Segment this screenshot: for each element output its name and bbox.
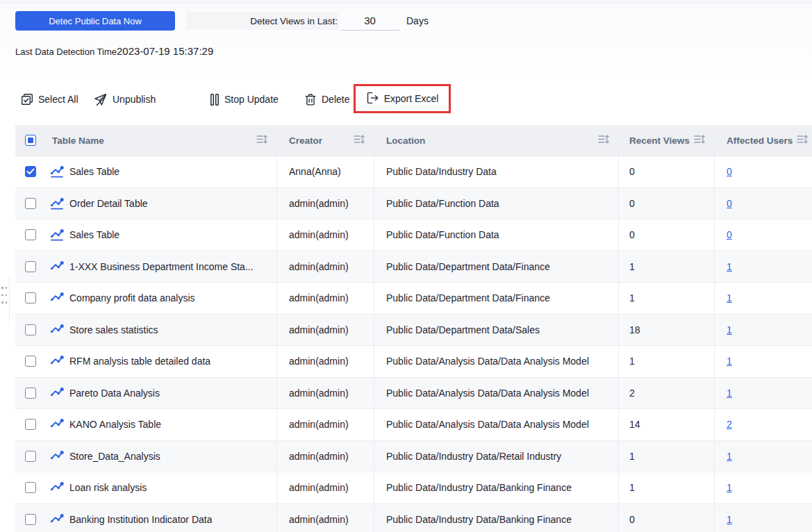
column-header-creator[interactable]: Creator	[276, 125, 374, 156]
affected-users-link[interactable]: 1	[727, 514, 732, 525]
affected-users-link[interactable]: 1	[727, 292, 732, 304]
row-checkbox-cell	[15, 315, 46, 346]
sort-icon[interactable]	[797, 135, 809, 146]
sort-icon[interactable]	[354, 135, 365, 146]
select-all-button[interactable]: Select All	[21, 91, 78, 108]
export-excel-label: Export Excel	[384, 93, 439, 104]
sort-icon[interactable]	[694, 135, 706, 146]
recent-views-cell: 0	[618, 188, 714, 219]
sort-icon[interactable]	[256, 135, 268, 146]
table-name-text[interactable]: Sales Table	[69, 229, 119, 240]
stop-update-button[interactable]: Stop Update	[210, 91, 279, 108]
table-row: KANO Analysis Tableadmin(admin)Public Da…	[15, 409, 812, 441]
location-cell: Public Data/Department Data/Finance	[374, 283, 618, 314]
row-checkbox[interactable]	[25, 451, 36, 462]
table-row: Banking Institution Indicator Dataadmin(…	[15, 504, 812, 532]
affected-users-link[interactable]: 1	[727, 261, 732, 272]
detect-views-label: Detect Views in Last:	[186, 12, 339, 30]
column-label: Table Name	[52, 135, 104, 146]
recent-views-cell: 1	[618, 441, 714, 472]
panel-drag-handle[interactable]	[1, 287, 8, 309]
affected-users-cell: 1	[714, 378, 812, 409]
detect-public-data-button[interactable]: Detec Public Data Now	[15, 11, 175, 31]
table-name-text[interactable]: Loan risk analysis	[69, 482, 147, 493]
creator-cell: admin(admin)	[276, 409, 374, 440]
table-name-text[interactable]: Pareto Data Analysis	[69, 388, 160, 399]
row-checkbox[interactable]	[25, 198, 36, 209]
recent-views-cell: 18	[618, 315, 714, 346]
creator-cell: admin(admin)	[276, 315, 374, 346]
row-checkbox-cell	[15, 472, 46, 504]
row-checkbox[interactable]	[25, 388, 36, 399]
stop-update-label: Stop Update	[224, 94, 279, 105]
affected-users-link[interactable]: 0	[727, 198, 732, 209]
chart-line-icon	[50, 324, 64, 336]
sort-icon[interactable]	[598, 135, 610, 146]
table-row: Store_Data_Analysisadmin(admin)Public Da…	[15, 441, 812, 473]
chart-line-underline-icon	[50, 228, 64, 241]
row-checkbox[interactable]	[25, 261, 36, 272]
row-checkbox[interactable]	[25, 514, 36, 525]
export-excel-icon	[366, 92, 379, 106]
row-checkbox-cell	[15, 346, 46, 377]
column-label: Creator	[289, 135, 322, 146]
affected-users-cell: 1	[714, 441, 812, 472]
affected-users-cell: 1	[714, 315, 812, 346]
table-row: Company profit data analysisadmin(admin)…	[15, 283, 812, 315]
table-name-text[interactable]: Store_Data_Analysis	[69, 451, 160, 462]
column-header-recent-views[interactable]: Recent Views	[618, 125, 714, 156]
recent-views-cell: 0	[618, 219, 714, 251]
row-checkbox[interactable]	[25, 324, 36, 335]
location-cell: Public Data/Function Data	[374, 219, 618, 251]
row-checkbox[interactable]	[25, 356, 36, 367]
affected-users-link[interactable]: 0	[727, 229, 732, 240]
location-cell: Public Data/Function Data	[374, 188, 618, 219]
detect-days-input[interactable]	[340, 11, 399, 31]
export-excel-button[interactable]: Export Excel	[354, 84, 451, 113]
recent-views-cell: 14	[618, 409, 714, 440]
select-all-checkbox[interactable]	[25, 135, 36, 146]
row-checkbox[interactable]	[25, 292, 36, 304]
table-name-text[interactable]: Order Detail Table	[69, 198, 148, 209]
table-name-text[interactable]: RFM analysis table detailed data	[69, 356, 210, 367]
affected-users-link[interactable]: 0	[727, 166, 732, 177]
table-name-text[interactable]: Banking Institution Indicator Data	[69, 514, 212, 525]
affected-users-link[interactable]: 1	[727, 388, 732, 399]
row-checkbox[interactable]	[25, 229, 36, 240]
affected-users-link[interactable]: 1	[727, 356, 732, 367]
table-name-cell: Loan risk analysis	[46, 472, 276, 504]
table-name-text[interactable]: Store sales statistics	[69, 324, 158, 335]
affected-users-link[interactable]: 1	[727, 451, 732, 462]
affected-users-link[interactable]: 1	[727, 482, 732, 493]
affected-users-cell: 0	[714, 219, 812, 251]
affected-users-cell: 1	[714, 283, 812, 314]
table-header-row: Table Name Creator Location Recent Views…	[15, 125, 812, 156]
recent-views-cell: 1	[618, 283, 714, 314]
row-checkbox[interactable]	[25, 419, 36, 430]
affected-users-link[interactable]: 2	[727, 419, 732, 430]
affected-users-cell: 1	[714, 346, 812, 377]
delete-label: Delete	[322, 94, 349, 105]
table-name-text[interactable]: Company profit data analysis	[69, 292, 195, 304]
table-name-text[interactable]: KANO Analysis Table	[69, 419, 161, 430]
table-row: Loan risk analysisadmin(admin)Public Dat…	[15, 472, 812, 504]
row-checkbox-cell	[15, 504, 46, 532]
column-header-location[interactable]: Location	[374, 125, 618, 156]
table-name-text[interactable]: Sales Table	[69, 166, 119, 177]
column-label: Recent Views	[629, 135, 690, 146]
column-header-table-name[interactable]: Table Name	[46, 125, 276, 156]
row-checkbox-cell	[15, 251, 46, 283]
row-checkbox[interactable]	[25, 166, 36, 177]
location-cell: Public Data/Industry Data	[374, 156, 618, 188]
detection-panel: Detec Public Data Now Detect Views in La…	[0, 0, 812, 74]
row-checkbox[interactable]	[25, 482, 36, 493]
affected-users-cell: 0	[714, 156, 812, 188]
table-name-cell: Pareto Data Analysis	[46, 378, 276, 409]
delete-button[interactable]: Delete	[304, 91, 349, 108]
panel-divider	[9, 276, 10, 321]
column-header-affected-users[interactable]: Affected Users	[714, 125, 812, 156]
affected-users-link[interactable]: 1	[727, 324, 732, 335]
table-name-text[interactable]: 1-XXX Business Department Income Sta...	[69, 261, 254, 272]
creator-cell: Anna(Anna)	[276, 156, 374, 188]
unpublish-button[interactable]: Unpublish	[94, 91, 156, 108]
